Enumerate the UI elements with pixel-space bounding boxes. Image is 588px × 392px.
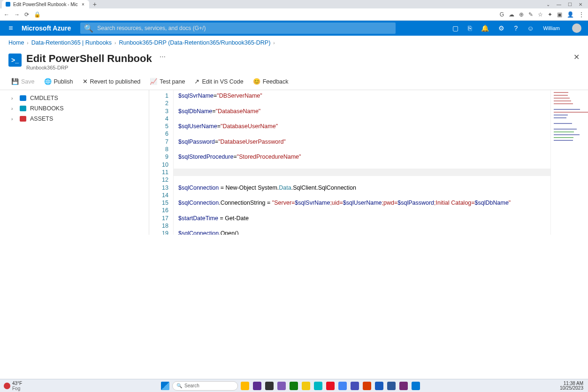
weather-widget[interactable]: 43°F Fog [0,381,26,391]
settings-icon[interactable]: ⚙ [498,24,504,32]
feedback-icon[interactable]: ☺ [527,24,534,32]
assets-icon [20,116,26,122]
tab-close-icon[interactable]: × [81,2,85,7]
browser-tab[interactable]: Edit PowerShell Runbook - Mic × [2,0,89,8]
code-line[interactable] [178,100,550,107]
tree-assets[interactable]: › ASSETS [0,114,149,124]
close-blade-icon[interactable]: ✕ [573,53,580,61]
code-line[interactable] [174,169,550,176]
browser-action-icons: G ☁ ⊕ ✎ ☆ ✦ ▣ 👤 ⋮ [500,11,584,18]
code-line[interactable] [178,192,550,199]
reload-icon[interactable]: ⟳ [24,11,29,18]
search-input[interactable] [97,25,392,31]
forward-icon[interactable]: → [14,11,20,18]
side-panel-icon[interactable]: ▣ [557,11,562,18]
app-icon[interactable] [375,382,383,390]
start-icon[interactable] [161,382,169,390]
publish-label: Publish [54,78,73,85]
search-icon: 🔍 [176,383,182,388]
user-label[interactable]: William [543,25,560,31]
code-line[interactable]: $sqlUserName="DatabaseUserName" [178,123,550,130]
crumb-home[interactable]: Home [8,39,24,46]
code-line[interactable] [178,207,550,214]
save-button[interactable]: 💾 Save [11,78,35,85]
code-line[interactable]: $sqlPassword="DatabaseUserPassword" [178,138,550,146]
extensions-icon[interactable]: ✦ [548,11,552,18]
code-line[interactable] [178,146,550,153]
code-line[interactable] [178,130,550,138]
zoom-icon[interactable]: ⊕ [519,11,524,18]
window-close-icon[interactable]: ✕ [579,2,582,7]
line-gutter: 1234567891011121314151617181920212223242… [149,90,174,235]
hamburger-icon[interactable]: ≡ [0,24,22,32]
tree-runbooks[interactable]: › RUNBOOKS [0,103,149,114]
taskbar-apps [241,382,420,390]
window-dropdown-icon[interactable]: ⌄ [546,2,550,7]
menu-icon[interactable]: ⋮ [579,11,584,18]
window-minimize-icon[interactable]: — [557,2,561,7]
app-icon[interactable] [277,382,286,390]
code-line[interactable]: $sqlDbName="DatabaseName" [178,108,550,115]
code-line[interactable]: $startDateTime = Get-Date [178,215,550,222]
help-icon[interactable]: ? [514,24,518,32]
app-icon[interactable] [363,382,371,390]
code-line[interactable]: $sqlConnection.Open() [178,230,550,234]
app-icon[interactable] [351,382,359,390]
more-actions-icon[interactable]: ··· [160,53,166,61]
code-editor[interactable]: 1234567891011121314151617181920212223242… [149,90,588,235]
bookmark-icon[interactable]: ☆ [538,11,543,18]
edit-vscode-button[interactable]: ↗ Edit in VS Code [194,78,243,85]
app-icon[interactable] [241,382,249,390]
avatar[interactable] [572,23,581,33]
app-icon[interactable] [253,382,261,390]
code-line[interactable]: $sqlStoredProcedure="StoredProcedureName… [178,153,550,161]
code-line[interactable]: $sqlConnection = New-Object System.Data.… [178,184,550,192]
app-icon[interactable] [387,382,396,390]
chart-icon: 📈 [150,78,157,85]
taskbar-search-label: Search [184,383,199,388]
translate-icon[interactable]: ☁ [509,11,514,18]
chevron-right-icon: › [115,40,116,46]
feedback-label: Feedback [263,78,289,85]
publish-button[interactable]: 🌐 Publish [44,78,73,85]
back-icon[interactable]: ← [4,11,9,18]
app-icon[interactable] [265,382,274,390]
chevron-right-icon: › [273,40,275,46]
crumb-runbooks[interactable]: Data-Retention365 | Runbooks [31,39,112,46]
copilot-icon[interactable]: ⎘ [468,24,472,32]
tree-cmdlets[interactable]: › CMDLETS [0,93,149,103]
app-icon[interactable] [338,382,347,390]
app-icon[interactable] [399,382,408,390]
code-line[interactable] [178,176,550,184]
feedback-button[interactable]: 😊 Feedback [253,78,289,85]
cloud-shell-icon[interactable]: ▢ [452,24,458,32]
brand-label[interactable]: Microsoft Azure [22,24,80,32]
window-maximize-icon[interactable]: ☐ [568,2,572,7]
system-tray[interactable]: 11:38 AM 10/25/2023 [555,381,588,391]
lock-icon[interactable]: 🔒 [34,11,41,18]
crumb-runbook-detail[interactable]: Runbook365-DRP (Data-Retention365/Runboo… [119,39,270,46]
minimap[interactable] [550,90,588,235]
browser-tabstrip: Edit PowerShell Runbook - Mic × + ⌄ — ☐ … [0,0,588,8]
taskbar-search[interactable]: 🔍 Search [172,381,238,391]
app-icon[interactable] [326,382,335,390]
code-line[interactable]: $sqlConnection.ConnectionString = "Serve… [178,199,550,207]
new-tab-button[interactable]: + [93,0,97,8]
code-line[interactable] [178,115,550,123]
code-line[interactable] [178,222,550,230]
google-icon[interactable]: G [500,11,504,18]
app-icon[interactable] [302,382,310,390]
share-icon[interactable]: ✎ [528,11,533,18]
profile-icon[interactable]: 👤 [567,11,574,18]
notifications-icon[interactable]: 🔔 [481,24,489,32]
code-line[interactable]: $sqlSvrName="DBServerName" [178,92,550,100]
code-line[interactable] [178,161,550,169]
editor-toolbar: 💾 Save 🌐 Publish ✕ Revert to published 📈… [0,73,588,90]
global-search[interactable]: 🔍 [80,23,396,34]
app-icon[interactable] [290,382,298,390]
app-icon[interactable] [412,382,420,390]
revert-button[interactable]: ✕ Revert to published [83,78,141,85]
app-icon[interactable] [314,382,322,390]
code-area[interactable]: $sqlSvrName="DBServerName" $sqlDbName="D… [174,90,550,235]
test-pane-button[interactable]: 📈 Test pane [150,78,185,85]
